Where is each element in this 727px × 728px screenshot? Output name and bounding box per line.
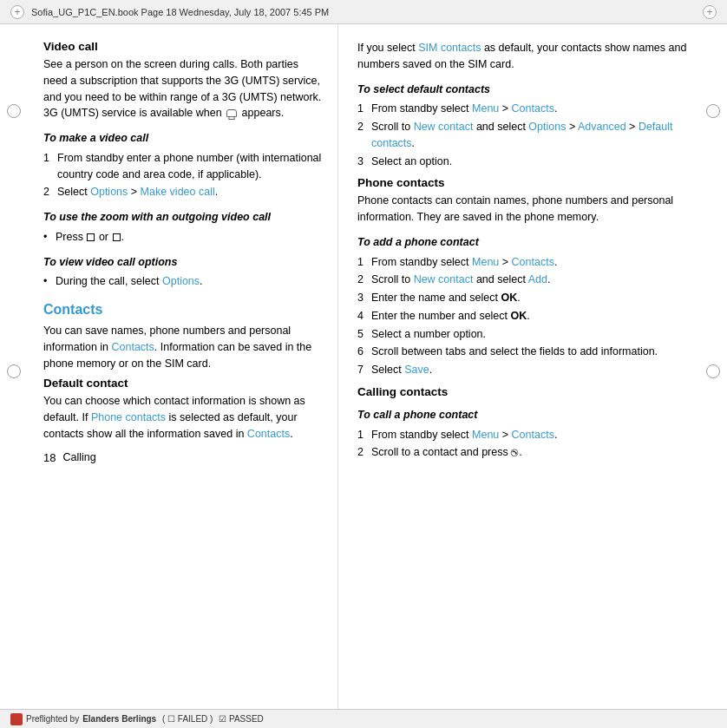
options-link[interactable]: Options <box>90 186 128 198</box>
call-phone-steps: 1 From standby select Menu > Contacts. 2… <box>357 427 692 462</box>
save-link[interactable]: Save <box>404 364 429 376</box>
select-default-title: To select default contacts <box>357 82 692 98</box>
step-item: 2 Select Options > Make video call. <box>43 184 322 200</box>
add-phone-title: To add a phone contact <box>357 234 692 251</box>
menu-link-2[interactable]: Menu <box>472 256 499 268</box>
step-item: 1 From standby select Menu > Contacts. <box>357 254 692 271</box>
new-contact-link-2[interactable]: New contact <box>414 273 474 285</box>
make-video-call-link[interactable]: Make video call <box>141 186 215 198</box>
menu-link-3[interactable]: Menu <box>472 429 499 441</box>
step-item: 1 From standby select Menu > Contacts. <box>357 427 692 443</box>
step-item: 1 From standby enter a phone number (wit… <box>43 150 322 183</box>
contacts-link-3[interactable]: Contacts <box>512 102 554 115</box>
step-item: 2 Scroll to New contact and select Add. <box>357 272 692 288</box>
zoom-bullet: Press or . <box>43 229 322 246</box>
view-options-bullets: During the call, select Options. <box>43 273 322 290</box>
top-bar-text: Sofia_UG_P1C_EN.book Page 18 Wednesday, … <box>31 7 329 17</box>
step-item: 4 Enter the number and select OK. <box>357 308 692 325</box>
contacts-link-4[interactable]: Contacts <box>512 256 554 268</box>
step-item: 2 Scroll to a contact and press ✆. <box>357 444 692 461</box>
service-icon <box>226 109 237 117</box>
step-item: 1 From standby select Menu > Contacts. <box>357 101 692 117</box>
make-video-call-title: To make a video call <box>43 130 322 147</box>
sim-contacts-link[interactable]: SIM contacts <box>418 42 481 54</box>
passed-label: ☑ PASSED <box>216 714 263 724</box>
failed-label: ( ☐ FAILED ) <box>160 714 213 724</box>
video-call-title: Video call <box>43 40 322 53</box>
page-footer: 18 Calling <box>43 451 322 464</box>
logo-icon <box>10 713 23 725</box>
step-item: 7 Select Save. <box>357 362 692 378</box>
bottom-logo: Preflighted by Elanders Berlings ( ☐ FAI… <box>10 713 264 725</box>
key-icon-1 <box>87 233 95 241</box>
phone-contacts-link[interactable]: Phone contacts <box>91 411 166 423</box>
contacts-link[interactable]: Contacts <box>112 341 154 353</box>
default-contact-desc: You can choose which contact information… <box>43 393 322 442</box>
menu-link-1[interactable]: Menu <box>472 102 499 115</box>
default-contact-title: Default contact <box>43 377 322 390</box>
page-number: 18 <box>43 451 56 464</box>
call-icon: ✆ <box>508 445 522 462</box>
contacts-link-2[interactable]: Contacts <box>247 428 290 440</box>
video-call-desc: See a person on the screen during calls.… <box>43 56 322 121</box>
step-item: 3 Enter the name and select OK. <box>357 290 692 306</box>
left-column: Video call See a person on the screen du… <box>0 24 338 709</box>
top-bar-circle-left: + <box>10 5 24 19</box>
contacts-section-title: Contacts <box>43 302 322 318</box>
new-contact-link-1[interactable]: New contact <box>414 121 474 133</box>
step-item: 3 Select an option. <box>357 154 692 170</box>
advanced-link[interactable]: Advanced <box>578 121 626 133</box>
select-default-steps: 1 From standby select Menu > Contacts. 2… <box>357 101 692 169</box>
call-phone-title: To call a phone contact <box>357 407 692 423</box>
sim-contacts-desc: If you select SIM contacts as default, y… <box>357 40 692 73</box>
preflighted-label: Preflighted by <box>26 714 79 724</box>
bottom-bar: Preflighted by Elanders Berlings ( ☐ FAI… <box>0 709 727 728</box>
step-item: 2 Scroll to New contact and select Optio… <box>357 119 692 152</box>
phone-contacts-desc: Phone contacts can contain names, phone … <box>357 193 692 226</box>
view-options-bullet: During the call, select Options. <box>43 273 322 290</box>
options-link-2[interactable]: Options <box>162 275 200 287</box>
step-item: 5 Select a number option. <box>357 326 692 343</box>
top-bar-circle-right: + <box>703 5 717 19</box>
view-options-title: To view video call options <box>43 254 322 271</box>
phone-contacts-title: Phone contacts <box>357 176 692 189</box>
calling-contacts-title: Calling contacts <box>357 385 692 398</box>
right-column: If you select SIM contacts as default, y… <box>338 24 727 709</box>
options-link-3[interactable]: Options <box>528 121 566 133</box>
step-item: 6 Scroll between tabs and select the fie… <box>357 344 692 360</box>
elanders-label: Elanders Berlings <box>82 714 156 724</box>
page-label: Calling <box>62 451 95 463</box>
key-icon-2 <box>113 233 121 241</box>
top-bar: + Sofia_UG_P1C_EN.book Page 18 Wednesday… <box>0 0 727 24</box>
zoom-bullets: Press or . <box>43 229 322 246</box>
contacts-desc: You can save names, phone numbers and pe… <box>43 323 322 371</box>
add-phone-steps: 1 From standby select Menu > Contacts. 2… <box>357 254 692 378</box>
zoom-title: To use the zoom with an outgoing video c… <box>43 209 322 226</box>
make-video-call-steps: 1 From standby enter a phone number (wit… <box>43 150 322 200</box>
main-content: Video call See a person on the screen du… <box>0 24 727 709</box>
contacts-link-5[interactable]: Contacts <box>512 429 554 441</box>
add-link[interactable]: Add <box>528 273 547 285</box>
